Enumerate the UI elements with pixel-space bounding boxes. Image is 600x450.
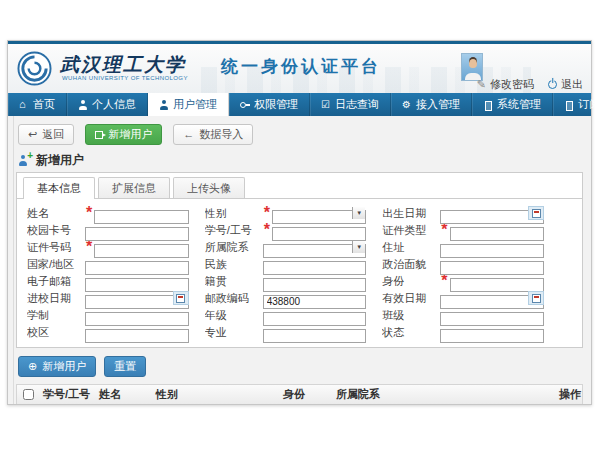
form-field: 姓名 *: [27, 206, 201, 220]
nav-item[interactable]: 订阅管理: [553, 93, 600, 116]
field-input[interactable]: [263, 295, 367, 309]
field-input[interactable]: [94, 210, 188, 224]
field-input-wrapper: [440, 325, 544, 339]
form-field: 国家/地区 *: [27, 257, 201, 271]
data-import-label: 数据导入: [199, 127, 243, 142]
add-user-label: 新增用户: [108, 127, 152, 142]
nav-item[interactable]: 权限管理: [229, 93, 310, 116]
users-table-header: 学号/工号 姓名 性别 身份 所属院系 操作: [17, 385, 582, 404]
tab-bar: 基本信息 扩展信息 上传头像: [17, 173, 582, 199]
field-input-wrapper: [263, 274, 367, 288]
submit-label: 新增用户: [42, 359, 86, 374]
table-column-header: 学号/工号: [39, 387, 95, 402]
add-user-toolbar-button[interactable]: 新增用户: [85, 124, 162, 145]
reset-button[interactable]: 重置: [104, 356, 146, 377]
table-column-header: 姓名: [95, 387, 152, 402]
file-icon: [564, 100, 574, 110]
main-nav: 首页 个人信息 用户管理 权限管理 日志查询: [8, 93, 591, 116]
form-field: 性别 *: [205, 206, 379, 220]
required-marker: *: [441, 221, 447, 239]
field-input[interactable]: [263, 329, 367, 343]
field-input[interactable]: [440, 244, 544, 258]
calendar-icon[interactable]: [173, 291, 189, 305]
nav-item[interactable]: 日志查询: [310, 93, 391, 116]
logout-link[interactable]: 退出: [548, 77, 583, 92]
form-field: 校园卡号 *: [27, 223, 201, 237]
field-input[interactable]: [440, 261, 544, 275]
field-label: 证件类型: [382, 223, 440, 238]
key-icon: [240, 100, 250, 110]
nav-item[interactable]: 接入管理: [391, 93, 472, 116]
field-input[interactable]: [85, 261, 189, 275]
field-input-wrapper: [263, 240, 367, 254]
home-icon: [19, 100, 29, 110]
table-column-header: 身份: [279, 387, 332, 402]
pencil-icon: ✎: [477, 78, 486, 91]
field-input[interactable]: [85, 329, 189, 343]
tab[interactable]: 上传头像: [173, 177, 245, 198]
field-input[interactable]: [450, 227, 544, 241]
gear-icon: [402, 100, 412, 110]
field-label: 校区: [27, 325, 85, 340]
nav-item[interactable]: 系统管理: [472, 93, 553, 116]
tab[interactable]: 扩展信息: [98, 177, 170, 198]
field-input[interactable]: [85, 312, 189, 326]
form-field: 政治面貌 *: [382, 257, 556, 271]
field-input-wrapper: [440, 206, 544, 220]
back-button[interactable]: ↩ 返回: [18, 124, 74, 145]
app-window: 武汉理工大学 WUHAN UNIVERSITY OF TECHNOLOGY 统一…: [7, 40, 592, 405]
field-input[interactable]: [85, 278, 189, 292]
field-input[interactable]: [263, 312, 367, 326]
nav-item[interactable]: 个人信息: [67, 93, 148, 116]
field-input-wrapper: [263, 257, 367, 271]
field-label: 邮政编码: [205, 291, 263, 306]
field-input-wrapper: [85, 274, 189, 288]
form-field: 学制 *: [27, 308, 201, 322]
field-input[interactable]: [85, 227, 189, 241]
nav-item-label: 系统管理: [497, 97, 541, 112]
form-field: 民族 *: [205, 257, 379, 271]
field-label: 学号/工号: [205, 223, 263, 238]
submit-add-user-button[interactable]: ⊕ 新增用户: [18, 356, 96, 377]
field-label: 班级: [382, 308, 440, 323]
form-field: 住址 *: [382, 240, 556, 254]
field-input[interactable]: [263, 244, 367, 258]
form-field: 专业 *: [205, 325, 379, 339]
chevron-down-icon[interactable]: [352, 241, 365, 253]
users-table: 学号/工号 姓名 性别 身份 所属院系 操作: [16, 384, 583, 404]
plus-circle-icon: ⊕: [28, 361, 37, 372]
chevron-down-icon[interactable]: [352, 207, 365, 219]
form-field: 证件号码 *: [27, 240, 201, 254]
field-input[interactable]: [263, 261, 367, 275]
field-input-wrapper: [440, 240, 544, 254]
form-panel: 基本信息 扩展信息 上传头像 姓名 *: [16, 172, 583, 348]
field-input[interactable]: [440, 329, 544, 343]
data-import-button[interactable]: ← 数据导入: [173, 124, 253, 145]
nav-item-label: 接入管理: [416, 97, 460, 112]
field-input-wrapper: [85, 325, 189, 339]
field-input[interactable]: [94, 244, 188, 258]
field-label: 姓名: [27, 206, 85, 221]
change-password-label: 修改密码: [490, 77, 534, 92]
form-field: 进校日期 *: [27, 291, 201, 305]
select-all-checkbox[interactable]: [23, 389, 34, 400]
field-input[interactable]: [450, 278, 544, 292]
nav-item-label: 个人信息: [92, 97, 136, 112]
tab[interactable]: 基本信息: [23, 177, 95, 199]
calendar-icon[interactable]: [528, 291, 544, 305]
nav-item[interactable]: 首页: [8, 93, 67, 116]
field-label: 性别: [205, 206, 263, 221]
calendar-icon[interactable]: [528, 206, 544, 220]
nav-item[interactable]: 用户管理: [148, 93, 229, 116]
field-input[interactable]: [440, 312, 544, 326]
field-input[interactable]: [263, 278, 367, 292]
field-label: 出生日期: [382, 206, 440, 221]
form-field: 电子邮箱 *: [27, 274, 201, 288]
field-input[interactable]: [272, 227, 366, 241]
field-input-wrapper: [440, 291, 544, 305]
change-password-link[interactable]: ✎ 修改密码: [477, 77, 534, 92]
field-input-wrapper: [272, 206, 366, 220]
field-label: 国家/地区: [27, 257, 85, 272]
field-input-wrapper: [450, 274, 544, 288]
nav-item-label: 首页: [33, 97, 55, 112]
